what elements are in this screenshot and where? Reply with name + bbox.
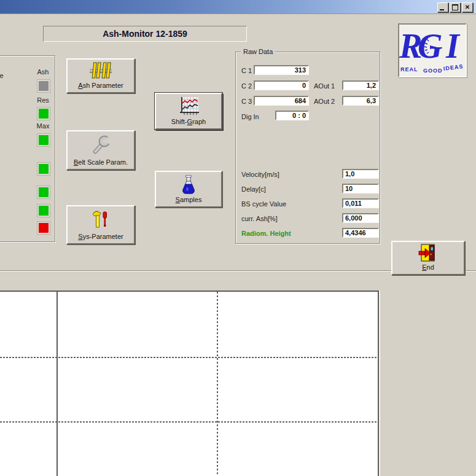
- radiom-height-label: Radiom. Height: [241, 230, 291, 237]
- samples-button[interactable]: Samples: [155, 171, 222, 208]
- ash-parameter-icon: [89, 60, 112, 82]
- sys-parameter-button[interactable]: Sys-Parameter: [66, 205, 135, 244]
- close-button[interactable]: ✕: [462, 2, 473, 12]
- indicator-res: [37, 107, 50, 120]
- aout1-field[interactable]: 1,2: [342, 80, 379, 90]
- logo-word-real: REAL: [400, 66, 418, 72]
- c2-label: C 2: [241, 82, 252, 90]
- samples-label: Samples: [176, 196, 202, 203]
- minimize-icon: [440, 9, 444, 10]
- dig-in-field[interactable]: 0 : 0: [275, 111, 309, 120]
- radiom-height-field[interactable]: 4,4346: [342, 228, 379, 238]
- bs-cycle-label: BS cycle Value: [241, 200, 286, 208]
- chart-axis-line: [57, 292, 58, 476]
- curr-ash-label: curr. Ash[%]: [241, 215, 278, 222]
- app-window: ✕ Ash-Monitor 12-1859 R G I REAL GOOD ID…: [0, 0, 476, 476]
- maximize-button[interactable]: [450, 2, 461, 12]
- c1-label: C 1: [241, 67, 252, 74]
- status-groupbox: le Ash Res Max: [0, 55, 55, 242]
- minimize-button[interactable]: [437, 2, 448, 12]
- rgi-logo: R G I REAL GOOD IDEAS: [398, 23, 467, 77]
- chart-gridline-horizontal-2: [0, 421, 378, 423]
- logo-word-good: GOOD: [423, 68, 443, 74]
- ash-parameter-label: Ash Parameter: [78, 82, 123, 89]
- delay-label: Delay[c]: [241, 185, 266, 193]
- tools-icon: [91, 206, 111, 233]
- c1-field[interactable]: 313: [254, 65, 309, 75]
- indicator-alarm: [37, 222, 50, 234]
- aout2-label: AOut 2: [314, 98, 335, 105]
- curr-ash-field[interactable]: 6,000: [342, 213, 379, 223]
- end-label: End: [422, 263, 434, 271]
- flask-icon: [179, 172, 198, 196]
- page-title: Ash-Monitor 12-1859: [103, 29, 187, 39]
- aout2-field[interactable]: 6,3: [342, 96, 379, 106]
- shift-graph-icon: [178, 94, 200, 118]
- c3-label: C 3: [241, 98, 252, 105]
- chart-gridline-vertical: [217, 292, 218, 476]
- delay-field[interactable]: 10: [342, 184, 379, 193]
- maximize-icon: [452, 4, 458, 10]
- aout1-label: AOut 1: [314, 82, 335, 90]
- app-title-panel: Ash-Monitor 12-1859: [43, 26, 247, 42]
- indicator-6: [37, 205, 50, 217]
- bs-cycle-field[interactable]: 0,011: [342, 198, 379, 208]
- end-button[interactable]: End: [391, 241, 465, 275]
- sys-parameter-label: Sys-Parameter: [78, 233, 123, 240]
- window-titlebar[interactable]: ✕: [0, 0, 476, 14]
- rgi-logo-graphic: R G I REAL GOOD IDEAS: [399, 25, 463, 74]
- svg-text:I: I: [445, 27, 461, 65]
- chart-gridline-horizontal-1: [0, 357, 378, 358]
- velocity-label: Velocity[m/s]: [241, 171, 279, 178]
- indicator-ash: [37, 80, 50, 92]
- c2-field[interactable]: 0: [254, 80, 309, 90]
- indicator-label-max: Max: [34, 122, 52, 130]
- raw-data-groupbox: Raw Data C 1 313 C 2 0 AOut 1 1,2 C 3 68…: [235, 52, 380, 244]
- indicator-5: [37, 186, 50, 198]
- shift-graph-label: Shift-Graph: [171, 118, 206, 125]
- exit-door-icon: [418, 242, 439, 263]
- belt-scale-param-label: Belt Scale Param.: [74, 158, 128, 166]
- c3-field[interactable]: 684: [254, 96, 309, 106]
- indicator-max: [37, 134, 50, 146]
- indicator-label-res: Res: [34, 96, 52, 104]
- dig-in-label: Dig In: [241, 113, 259, 120]
- partial-label: le: [0, 72, 4, 79]
- belt-scale-param-button[interactable]: Belt Scale Param.: [66, 130, 135, 170]
- trend-graph-panel[interactable]: [0, 291, 379, 476]
- close-icon: ✕: [465, 4, 470, 10]
- ash-parameter-button[interactable]: Ash Parameter: [66, 58, 135, 93]
- velocity-field[interactable]: 1,0: [342, 169, 379, 179]
- window-controls: ✕: [436, 2, 473, 12]
- indicator-4: [37, 163, 50, 175]
- raw-data-title: Raw Data: [241, 48, 275, 55]
- wrench-icon: [90, 131, 111, 158]
- indicator-label-ash: Ash: [34, 68, 52, 76]
- shift-graph-button[interactable]: Shift-Graph: [155, 93, 222, 130]
